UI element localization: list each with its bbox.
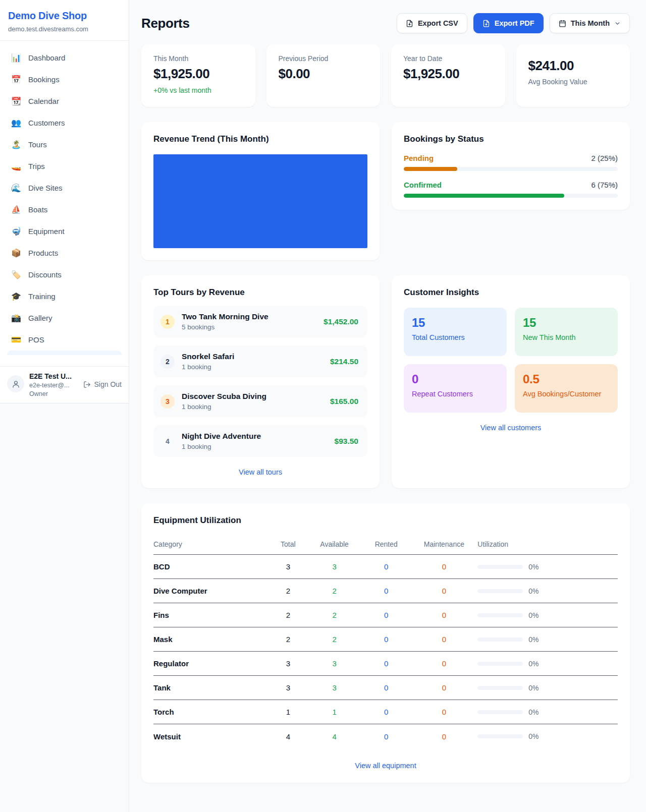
utilization-bar [477,613,523,617]
sidebar-item-trips[interactable]: 🚤 Trips [6,155,123,177]
col-maintenance: Maintenance [411,540,478,548]
col-rented: Rented [362,540,411,548]
sidebar-nav: 📊 Dashboard 📅 Bookings 📆 Calendar 👥 Cust… [0,41,129,366]
status-progress-track [404,194,618,198]
equipment-total: 3 [269,562,307,571]
equipment-available: 4 [307,732,362,741]
table-row: Mask 2 2 0 0 0% [153,627,618,652]
dashboard-icon: 📊 [11,53,21,63]
period-select[interactable]: This Month [550,13,630,33]
stat-label: Avg Booking Value [528,78,618,86]
equipment-maintenance: 0 [411,611,478,619]
insight-tiles: 15 Total Customers 15 New This Month 0 R… [404,308,618,413]
sidebar-item-calendar[interactable]: 📆 Calendar [6,90,123,112]
table-row: Fins 2 2 0 0 0% [153,603,618,627]
customers-icon: 👥 [11,118,21,128]
view-all-equipment-link[interactable]: View all equipment [153,762,618,770]
insight-tile: 0.5 Avg Bookings/Customer [515,364,618,413]
sidebar-item-products[interactable]: 📦 Products [6,242,123,264]
sidebar-item-training[interactable]: 🎓 Training [6,285,123,307]
equipment-utilization: 0% [477,611,618,619]
insight-value: 0.5 [523,372,610,386]
boats-icon: ⛵ [11,205,21,214]
user-footer: E2E Test U... e2e-tester@... Owner Sign … [0,366,129,403]
sign-out-button[interactable]: Sign Out [83,380,122,388]
utilization-percent: 0% [528,611,539,619]
products-icon: 📦 [11,248,21,258]
sidebar-item-gallery[interactable]: 📸 Gallery [6,307,123,329]
sidebar-item-label: Customers [28,119,65,127]
sign-out-label: Sign Out [94,380,122,388]
col-total: Total [269,540,307,548]
equipment-utilization: 0% [477,732,618,740]
equipment-rented: 0 [362,635,411,644]
equipment-utilization: 0% [477,708,618,716]
equipment-rented: 0 [362,659,411,668]
shop-domain: demo.test.divestreams.com [8,25,121,33]
equipment-maintenance: 0 [411,635,478,644]
sidebar-item-discounts[interactable]: 🏷️ Discounts [6,264,123,285]
sidebar-item-boats[interactable]: ⛵ Boats [6,199,123,220]
page-title: Reports [141,16,189,31]
sidebar-item-equipment[interactable]: 🤿 Equipment [6,220,123,242]
tour-row[interactable]: 1 Two Tank Morning Dive 5 bookings $1,45… [153,306,367,337]
status-progress-fill [404,167,457,171]
equipment-available: 3 [307,659,362,668]
utilization-bar [477,565,523,569]
utilization-bar [477,589,523,593]
equipment-total: 2 [269,611,307,619]
page-header: Reports Export CSV Export PDF This Month [141,13,630,33]
sidebar-item-dashboard[interactable]: 📊 Dashboard [6,47,123,69]
insight-label: New This Month [523,333,610,341]
equipment-available: 3 [307,683,362,692]
tour-row[interactable]: 3 Discover Scuba Diving 1 booking $165.0… [153,385,367,417]
stat-label: Year to Date [403,54,493,63]
tour-info: Night Dive Adventure 1 booking [182,432,261,450]
header-actions: Export CSV Export PDF This Month [397,13,630,33]
view-all-tours-link[interactable]: View all tours [153,468,367,476]
user-email: e2e-tester@... [29,382,72,389]
equipment-total: 3 [269,659,307,668]
utilization-bar [477,637,523,642]
table-row: Regulator 3 3 0 0 0% [153,652,618,676]
insight-label: Avg Bookings/Customer [523,390,610,398]
sidebar-item-bookings[interactable]: 📅 Bookings [6,69,123,90]
sidebar-item-reports-partial[interactable] [7,351,122,355]
sidebar-item-label: Gallery [28,314,52,322]
period-label: This Month [571,19,610,27]
equipment-rented: 0 [362,683,411,692]
utilization-bar [477,662,523,666]
export-pdf-button[interactable]: Export PDF [473,13,544,33]
rank-badge: 4 [160,434,175,448]
equipment-table: Category Total Available Rented Maintena… [153,534,618,748]
equipment-maintenance: 0 [411,683,478,692]
sidebar-item-pos[interactable]: 💳 POS [6,329,123,351]
equipment-utilization: 0% [477,660,618,668]
user-name: E2E Test U... [29,372,72,380]
tour-info: Discover Scuba Diving 1 booking [182,392,266,411]
stat-value: $241.00 [528,58,618,74]
tour-name: Night Dive Adventure [182,432,261,441]
utilization-percent: 0% [528,635,539,644]
tour-info: Snorkel Safari 1 booking [182,352,234,371]
stat-card: Previous Period $0.00 [266,44,381,107]
sidebar-item-customers[interactable]: 👥 Customers [6,112,123,134]
view-all-customers-link[interactable]: View all customers [404,424,618,432]
equipment-rented: 0 [362,587,411,595]
sidebar-item-dive-sites[interactable]: 🌊 Dive Sites [6,177,123,199]
export-csv-button[interactable]: Export CSV [397,13,467,33]
stat-card: This Month $1,925.00 +0% vs last month [141,44,255,107]
equipment-category: Torch [153,708,269,716]
trips-icon: 🚤 [11,161,21,171]
sidebar-item-label: Discounts [28,270,62,279]
sidebar-item-label: Products [28,249,58,257]
sidebar-item-tours[interactable]: 🏝️ Tours [6,134,123,155]
sidebar-item-label: Training [28,292,56,301]
tour-row[interactable]: 4 Night Dive Adventure 1 booking $93.50 [153,425,367,457]
utilization-percent: 0% [528,563,539,571]
tour-row[interactable]: 2 Snorkel Safari 1 booking $214.50 [153,345,367,377]
table-row: Wetsuit 4 4 0 0 0% [153,724,618,748]
user-role: Owner [29,390,72,397]
sidebar: Demo Dive Shop demo.test.divestreams.com… [0,0,129,403]
col-category: Category [153,540,269,548]
